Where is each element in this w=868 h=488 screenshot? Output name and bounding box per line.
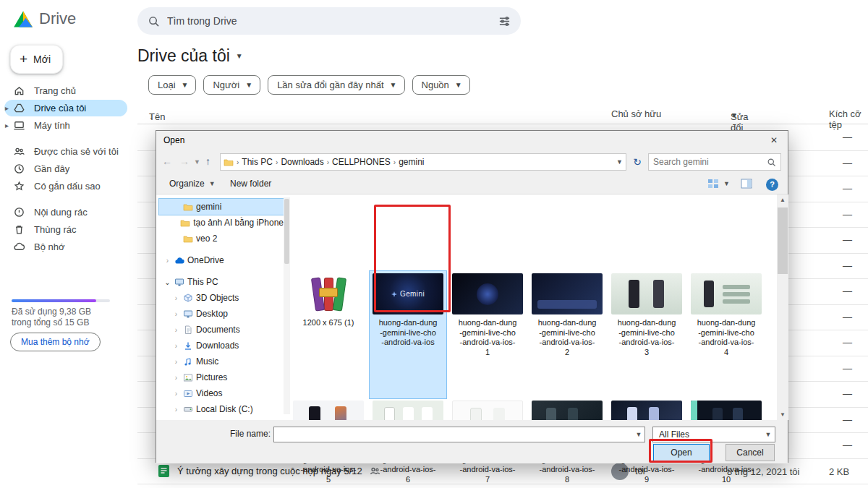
forward-icon[interactable]: → [179,155,190,167]
tree-item-onedrive[interactable]: › OneDrive [159,252,284,268]
chevron-right-icon[interactable]: › [172,326,180,334]
sidebar-item-starred[interactable]: Có gắn dấu sao [4,178,127,194]
tree-scrollbar-thumb[interactable] [284,199,289,264]
address-dropdown-icon[interactable]: ▼ [616,158,623,166]
sidebar-item-label: Drive của tôi [34,103,86,114]
sidebar-item-label: Gần đây [34,163,69,174]
drive-search-input[interactable] [167,15,491,27]
chevron-right-icon[interactable]: › [172,342,180,350]
file-item[interactable]: huong-dan-dung -gemini-live-cho -android… [449,271,526,398]
file-item-selected[interactable]: Gemini huong-dan-dung -gemini-live-cho -… [370,271,446,398]
file-item[interactable]: 868 x 488 (1) [290,271,367,398]
chevron-right-icon[interactable]: › [172,358,180,366]
preview-pane-button[interactable] [741,179,752,189]
help-button[interactable]: ? [766,179,778,191]
chevron-right-icon[interactable]: › [163,257,171,265]
organize-button[interactable]: Organize▼ [169,179,216,189]
tree-item-tao-anh-ai[interactable]: tạo ảnh AI bằng iPhone [159,215,284,231]
sidebar-nav: Trang chủ ▸ Drive của tôi ▸ Máy tính Đượ… [0,82,132,265]
dialog-search-box[interactable] [648,153,781,171]
breadcrumb-gemini[interactable]: gemini [399,157,424,167]
documents-icon [183,325,193,335]
file-thumbnail [532,273,603,314]
close-icon[interactable]: ✕ [763,133,785,147]
tree-item-3d-objects[interactable]: › 3D Objects [159,290,284,306]
chevron-right-icon[interactable]: › [172,294,180,302]
scroll-down-icon[interactable]: ▼ [777,409,788,420]
back-icon[interactable]: ← [162,155,172,167]
buy-storage-button[interactable]: Mua thêm bộ nhớ [10,333,101,351]
file-name-input[interactable] [274,429,633,440]
sidebar-item-computers[interactable]: ▸ Máy tính [4,117,127,134]
sidebar-item-label: Bộ nhớ [34,241,65,252]
tree-item-desktop[interactable]: › Desktop [159,306,284,322]
drive-search-bar[interactable] [137,7,521,35]
tree-item-veo-2[interactable]: veo 2 [159,231,284,247]
sidebar-item-spam[interactable]: Nội dung rác [4,204,127,221]
sidebar-item-home[interactable]: Trang chủ [4,82,127,99]
dialog-search-input[interactable] [653,157,767,167]
chevron-right-icon[interactable]: › [172,374,180,382]
sidebar-item-storage[interactable]: Bộ nhớ [4,239,127,255]
expander-icon[interactable]: ▸ [5,104,9,112]
breadcrumb-downloads[interactable]: Downloads [281,157,323,167]
new-button-label: Mới [33,53,51,65]
tree-item-downloads[interactable]: › Downloads [159,338,284,354]
breadcrumb-this-pc[interactable]: This PC [242,157,273,167]
scrollbar-thumb[interactable] [778,207,788,274]
tree-item-videos[interactable]: › Videos [159,385,284,401]
page-title[interactable]: Drive của tôi ▼ [137,46,243,66]
sidebar-item-shared-with-me[interactable]: Được chia sẻ với tôi [4,143,127,160]
my-drive-icon [13,102,25,114]
up-icon[interactable]: ↑ [205,155,210,167]
tune-filter-icon[interactable] [498,15,511,27]
tree-item-music[interactable]: › Music [159,354,284,369]
file-grid-scrollbar[interactable]: ▲ ▼ [777,194,788,420]
tree-item-gemini[interactable]: gemini [159,199,284,215]
view-mode-button[interactable]: ▼ [707,179,730,189]
new-button[interactable]: + Mới [10,45,63,74]
cancel-button[interactable]: Cancel [726,444,775,461]
address-bar[interactable]: › This PC › Downloads › CELLPHONES › gem… [220,153,626,171]
tree-item-local-disk-c[interactable]: › Local Disk (C:) [159,401,284,417]
chevron-expanded-icon[interactable]: ⌄ [163,278,171,286]
file-item[interactable]: huong-dan-dung -gemini-live-cho -android… [529,271,605,398]
chip-label: Nguồn [422,80,449,90]
size-cell: — [843,414,852,425]
column-header-owner[interactable]: Chủ sở hữu [611,108,661,119]
file-name-combo[interactable]: ▼ [273,427,645,442]
sidebar-item-my-drive[interactable]: ▸ Drive của tôi [4,100,127,116]
sidebar-item-trash[interactable]: Thùng rác [4,221,127,238]
dialog-toolbar: Organize▼ New folder ▼ ? [156,174,788,194]
breadcrumb-cellphones[interactable]: CELLPHONES [332,157,391,167]
drive-header: Drive [0,0,868,40]
drive-logo[interactable]: Drive [13,9,76,28]
open-button[interactable]: Open [653,444,710,461]
history-dropdown-icon[interactable]: ▼ [194,158,200,166]
chevron-down-icon: ▼ [182,81,189,89]
file-item[interactable]: huong-dan-dung -gemini-live-cho -android… [608,271,685,398]
scroll-up-icon[interactable]: ▲ [777,194,788,205]
file-row-size: 2 KB [829,466,849,477]
chevron-right-icon[interactable]: › [172,390,180,398]
tree-item-this-pc[interactable]: ⌄ This PC [159,274,284,290]
tree-item-pictures[interactable]: › Pictures [159,369,284,385]
filter-chip-modified[interactable]: Lần sửa đổi gần đây nhất▼ [268,75,404,95]
winrar-buckle [319,288,338,297]
filter-chip-type[interactable]: Loại▼ [148,75,196,95]
refresh-icon[interactable]: ↻ [629,153,645,171]
expander-icon[interactable]: ▸ [5,121,9,129]
new-folder-button[interactable]: New folder [230,179,271,189]
sidebar-item-label: Được chia sẻ với tôi [34,146,119,157]
chevron-down-icon[interactable]: ▼ [633,431,644,438]
file-item[interactable]: huong-dan-dung -gemini-live-cho -android… [688,271,765,398]
filter-chip-source[interactable]: Nguồn▼ [412,75,470,95]
chevron-right-icon[interactable]: › [172,406,180,414]
dialog-titlebar[interactable]: Open ✕ [156,131,788,150]
filter-chip-people[interactable]: Người▼ [203,75,260,95]
sidebar-item-recent[interactable]: Gần đây [4,160,127,177]
chevron-right-icon[interactable]: › [172,310,180,318]
file-type-combo[interactable]: All Files ▼ [652,427,775,442]
thumbnails-view-icon [707,179,719,189]
tree-item-documents[interactable]: › Documents [159,322,284,338]
